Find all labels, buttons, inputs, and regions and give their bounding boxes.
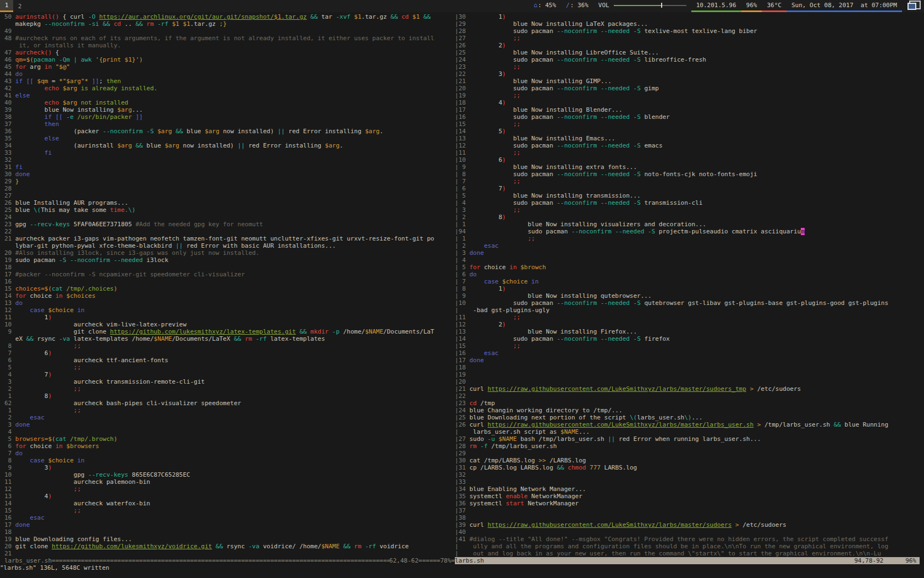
line-number: 20: [4, 249, 12, 257]
split-separator[interactable]: |: [455, 328, 459, 335]
split-separator[interactable]: |: [455, 299, 459, 307]
split-separator[interactable]: |: [455, 357, 459, 364]
split-separator[interactable]: |: [455, 199, 459, 206]
line-number: 18: [4, 264, 12, 271]
code-text: qm=$(pacman -Qm | awk '{print $1}'): [15, 56, 143, 63]
module-datetime[interactable]: Sun, Oct 08, 2017 at 07:00PM: [787, 0, 902, 12]
split-separator[interactable]: |: [455, 507, 459, 514]
split-separator[interactable]: |: [455, 471, 459, 478]
split-separator[interactable]: |: [455, 378, 459, 385]
split-separator[interactable]: |: [455, 435, 459, 443]
split-separator[interactable]: |: [455, 135, 459, 142]
split-separator[interactable]: |: [455, 450, 459, 457]
display-icon[interactable]: [908, 1, 921, 12]
split-separator[interactable]: |: [455, 521, 459, 528]
split-separator[interactable]: |: [455, 464, 459, 471]
split-separator[interactable]: |: [455, 421, 459, 428]
code-text: 4): [15, 493, 52, 500]
code-line: |35systemctl enable NetworkManager: [455, 493, 924, 500]
split-separator[interactable]: |: [455, 364, 459, 371]
split-separator[interactable]: |: [455, 35, 459, 42]
code-text: case $choice in: [15, 307, 85, 314]
split-separator[interactable]: |: [455, 457, 459, 464]
split-separator[interactable]: |: [455, 106, 459, 113]
split-separator[interactable]: |: [455, 221, 459, 228]
split-separator[interactable]: |: [455, 335, 459, 342]
split-separator[interactable]: |: [455, 264, 459, 271]
module-temperature[interactable]: 36°C: [762, 0, 787, 12]
split-separator[interactable]: |: [455, 92, 459, 99]
module-disk-home[interactable]: ⌂: 45%: [529, 0, 561, 12]
split-separator[interactable]: |: [455, 13, 459, 20]
editor-pane-right[interactable]: |30 1)|29 blue Now installing LaTeX pack…: [455, 13, 924, 564]
module-disk-root[interactable]: /: 36%: [561, 0, 593, 12]
split-separator[interactable]: |: [455, 528, 459, 536]
split-separator[interactable]: |: [455, 42, 459, 49]
line-number: 23: [4, 221, 12, 228]
split-separator[interactable]: |: [455, 121, 459, 128]
split-separator[interactable]: |: [455, 400, 459, 407]
split-separator[interactable]: |: [455, 321, 459, 328]
split-separator[interactable]: |: [455, 228, 459, 235]
volume-slider[interactable]: [614, 3, 686, 8]
workspace-button-2[interactable]: 2: [13, 0, 26, 12]
split-separator[interactable]: |: [455, 49, 459, 56]
split-separator[interactable]: |: [455, 163, 459, 171]
split-separator[interactable]: |: [455, 385, 459, 392]
split-separator[interactable]: |: [455, 149, 459, 156]
split-separator[interactable]: |: [455, 486, 459, 493]
split-separator[interactable]: |: [455, 142, 459, 149]
split-separator[interactable]: |: [455, 543, 459, 550]
split-separator[interactable]: |: [455, 536, 459, 543]
split-separator[interactable]: |: [455, 192, 459, 199]
split-separator[interactable]: |: [455, 307, 459, 314]
split-separator[interactable]: |: [455, 514, 459, 521]
split-separator[interactable]: |: [455, 63, 459, 70]
split-separator[interactable]: |: [455, 407, 459, 414]
split-separator[interactable]: |: [455, 278, 459, 285]
split-separator[interactable]: |: [455, 56, 459, 63]
split-separator[interactable]: |: [455, 443, 459, 450]
split-separator[interactable]: |: [455, 235, 459, 242]
split-separator[interactable]: |: [455, 206, 459, 214]
split-separator[interactable]: |: [455, 85, 459, 92]
split-separator[interactable]: |: [455, 128, 459, 135]
statusline-right-endcell: [920, 557, 924, 564]
split-separator[interactable]: |: [455, 257, 459, 264]
split-separator[interactable]: |: [455, 271, 459, 278]
module-volume[interactable]: VOL: [593, 0, 691, 12]
split-separator[interactable]: |: [455, 156, 459, 163]
split-separator[interactable]: |: [455, 493, 459, 500]
split-separator[interactable]: |: [455, 214, 459, 221]
module-ip[interactable]: 10.201.5.96: [691, 0, 741, 12]
split-separator[interactable]: |: [455, 550, 459, 557]
split-separator[interactable]: |: [455, 392, 459, 400]
split-separator[interactable]: |: [455, 78, 459, 85]
disk-root-value: : 36%: [570, 2, 588, 9]
split-separator[interactable]: |: [455, 28, 459, 35]
editor-pane-left[interactable]: 50aurinstall() { curl -O https://aur.arc…: [0, 13, 455, 564]
split-separator[interactable]: |: [455, 20, 459, 28]
split-separator[interactable]: |: [455, 414, 459, 421]
split-separator[interactable]: |: [455, 478, 459, 486]
split-separator[interactable]: |: [455, 242, 459, 249]
split-separator[interactable]: |: [455, 185, 459, 192]
split-separator[interactable]: |: [455, 314, 459, 321]
split-separator[interactable]: |: [455, 178, 459, 185]
line-number: 30: [459, 457, 466, 464]
split-separator[interactable]: |: [455, 500, 459, 507]
split-separator[interactable]: |: [455, 342, 459, 350]
module-battery[interactable]: 96%: [741, 0, 762, 12]
split-separator[interactable]: |: [455, 350, 459, 357]
split-separator[interactable]: |: [455, 249, 459, 257]
split-separator[interactable]: |: [455, 292, 459, 299]
split-separator[interactable]: |: [455, 113, 459, 121]
split-separator[interactable]: |: [455, 99, 459, 106]
split-separator[interactable]: |: [455, 285, 459, 292]
split-separator[interactable]: |: [455, 171, 459, 178]
workspace-button-1[interactable]: 1: [0, 0, 13, 12]
split-separator[interactable]: |: [455, 70, 459, 78]
split-separator[interactable]: |: [455, 428, 459, 435]
line-number: 12: [459, 142, 466, 149]
split-separator[interactable]: |: [455, 371, 459, 378]
